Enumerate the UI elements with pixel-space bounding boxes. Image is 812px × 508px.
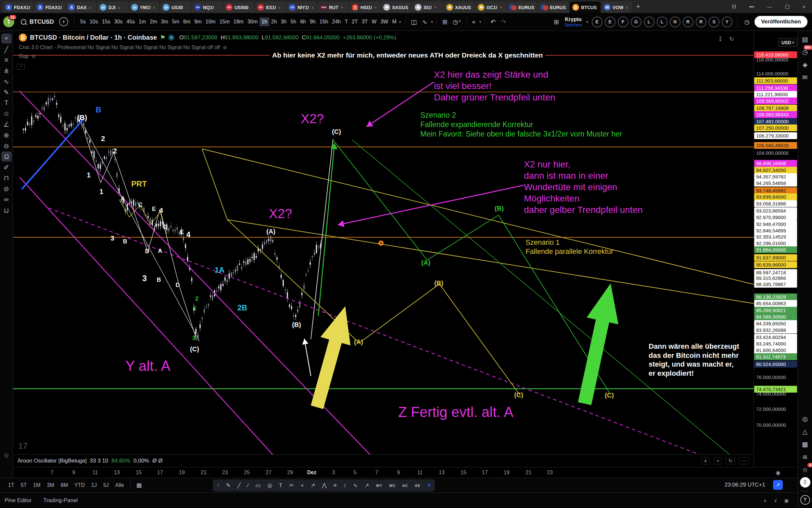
window-tab-hsi1[interactable]: ∏HSI1!▼ xyxy=(349,2,380,13)
zoom-out-tool[interactable]: ⊖ xyxy=(1,141,12,151)
symbol-search-button[interactable]: BTCUSD xyxy=(30,18,54,25)
wave-label[interactable]: E xyxy=(180,229,184,236)
wave-label[interactable]: 2B xyxy=(237,303,247,312)
screener-icon[interactable]: ◎ xyxy=(800,414,810,424)
aroon-pane-legend[interactable]: Aroon Oscillator [BigBeluga] 33 3 10 84,… xyxy=(13,454,754,467)
quick-layout-s[interactable]: S xyxy=(709,16,719,27)
candle-style-icon[interactable]: ◫ xyxy=(409,17,419,27)
window-tab-nq1[interactable]: 100NQ1! xyxy=(192,2,223,13)
timeframe-15s[interactable]: 15s xyxy=(100,17,112,26)
chart-plot[interactable]: ₿ BTCUSD · Bitcoin / Dollar · 1h · Coinb… xyxy=(13,31,754,454)
timeframe-3W[interactable]: 3W xyxy=(378,17,390,26)
range-3m[interactable]: 3M xyxy=(44,481,57,490)
minimize-button[interactable]: — xyxy=(767,4,772,9)
close-button[interactable]: × xyxy=(803,4,806,9)
drawing-text[interactable]: X2 nur hier, dann ist man in einer Wunde… xyxy=(524,159,643,215)
timeframe-T[interactable]: T xyxy=(343,17,350,26)
wave-label[interactable]: 2 xyxy=(195,295,198,302)
wave-label[interactable]: A xyxy=(158,248,162,254)
footer-trading-panel[interactable]: Trading-Panel xyxy=(43,497,78,504)
wave-label[interactable]: E xyxy=(152,206,156,213)
hide-drawings-tool[interactable]: ⊘ xyxy=(1,184,12,194)
timeframe-15h[interactable]: 15h xyxy=(318,17,330,26)
range-6m[interactable]: 6M xyxy=(58,481,71,490)
pattern-ae-icon[interactable]: AE xyxy=(415,483,420,488)
measure-tool[interactable]: ∠ xyxy=(1,119,12,129)
indicator-title[interactable]: Croc 3.0 Chart - Professional No Signal … xyxy=(19,45,220,50)
brush-tool[interactable]: ✎ xyxy=(1,87,12,97)
wave-label[interactable]: (A) xyxy=(421,259,430,266)
camera-icon[interactable]: ◉ xyxy=(776,469,780,476)
timeframe-3T[interactable]: 3T xyxy=(360,17,370,26)
wave-label[interactable]: 1 xyxy=(87,171,91,179)
goto-date-button[interactable]: ▦ xyxy=(136,482,142,489)
timeframe-15m[interactable]: 15m xyxy=(218,17,232,26)
maximize-button[interactable]: ▢ xyxy=(785,4,790,9)
wave-label[interactable]: (B) xyxy=(77,114,87,122)
timeframe-W[interactable]: W xyxy=(370,17,378,26)
quick-layout-e[interactable]: E xyxy=(592,16,603,27)
search-icon[interactable] xyxy=(21,19,26,25)
wave-label[interactable]: (B) xyxy=(495,205,504,212)
range-ytd[interactable]: YTD xyxy=(71,481,88,490)
wave-label[interactable]: 4 xyxy=(159,206,163,214)
currency-selector[interactable]: USD ▾ xyxy=(778,38,797,47)
pitchfork-tool[interactable]: ⋔ xyxy=(1,66,12,76)
quick-layout-l[interactable]: L xyxy=(644,16,655,27)
timeframe-2h[interactable]: 2h xyxy=(269,17,279,26)
text-icon[interactable]: T xyxy=(279,482,282,489)
drawing-text[interactable]: X2? xyxy=(269,205,292,222)
timeframe-2T[interactable]: 2T xyxy=(350,17,360,26)
quick-layout-g[interactable]: G xyxy=(631,16,641,27)
range-icon[interactable]: ↕ xyxy=(343,482,346,489)
wave-label[interactable]: 1A xyxy=(215,265,225,274)
timeframe-45s[interactable]: 45s xyxy=(125,17,137,26)
pane-close-icon[interactable]: × xyxy=(714,457,722,464)
trend-line-tool[interactable]: ╱ xyxy=(1,44,12,54)
window-tab-btcus[interactable]: ₿BTCUS xyxy=(570,2,601,13)
window-tab-us30[interactable]: 30US30 xyxy=(160,2,191,13)
wave-label[interactable]: 2 xyxy=(101,134,105,143)
time-axis[interactable]: 7911131517192123252729Dez357911131517192… xyxy=(13,467,798,478)
publish-history-icon[interactable]: ◷ xyxy=(743,17,752,27)
quick-layout-y[interactable]: Y xyxy=(722,16,732,27)
drawing-text[interactable]: Szenario 2 Fallende expandierende Korrek… xyxy=(420,111,622,138)
lock-tool[interactable]: ⊓ xyxy=(1,173,12,183)
brush-icon[interactable]: ✎ xyxy=(226,482,231,489)
wave-label[interactable]: 3 xyxy=(110,234,114,242)
range-5j[interactable]: 5J xyxy=(100,481,112,490)
pin-icon[interactable]: ◎ xyxy=(267,482,272,489)
window-tab-gc1[interactable]: ❖GC1!▼ xyxy=(475,2,506,13)
window-tab-dji[interactable]: 30DJI▲ xyxy=(97,2,128,13)
symbol-row[interactable]: ₿ BTCUSD · Bitcoin / Dollar · 1h · Coinb… xyxy=(19,34,396,42)
wave-label[interactable]: (C) xyxy=(514,391,523,399)
text-tool[interactable]: T xyxy=(1,98,12,108)
pane-more-icon[interactable]: ⋯ xyxy=(739,457,749,464)
wave-label[interactable]: (C) xyxy=(605,392,614,399)
wave-label[interactable]: B xyxy=(157,277,161,284)
window-tab-eurus[interactable]: EURUS xyxy=(538,2,569,13)
window-tab-si1[interactable]: ❖SI1!▼ xyxy=(412,2,443,13)
wave-label[interactable]: (B) xyxy=(434,280,443,287)
window-tab-rut[interactable]: 2000RUT▼ xyxy=(318,2,348,13)
flag-icon[interactable]: ⚑ xyxy=(160,34,165,41)
wave-label[interactable]: B xyxy=(95,105,101,115)
layout-switcher[interactable]: Krypto Speichern xyxy=(565,17,582,27)
ray-icon[interactable]: ∕ xyxy=(247,482,248,489)
download-icon[interactable]: ↧ xyxy=(718,35,723,43)
price-scale[interactable]: USD ▾ 116.000,00000114.000,00000104.000,… xyxy=(754,31,798,467)
timeframe-1m[interactable]: 1m xyxy=(137,17,148,26)
wave-label[interactable]: 3 xyxy=(142,274,147,283)
pattern-wz-icon[interactable]: WZ xyxy=(389,483,395,488)
window-tab-fdax1[interactable]: XFDAX1! xyxy=(34,2,65,13)
cross-line-icon[interactable]: + xyxy=(300,482,304,489)
timeframe-6m[interactable]: 6m xyxy=(181,17,192,26)
range-5t[interactable]: 5T xyxy=(18,481,30,490)
wave-label[interactable]: PRT xyxy=(131,179,147,188)
drawing-text[interactable]: Szenario 1 Fallende parallele Korrektur xyxy=(526,238,613,256)
window-tab-ym1[interactable]: 30YM1!▲ xyxy=(129,2,159,13)
window-tab-xagus[interactable]: ❖XAGUS xyxy=(381,2,412,13)
wave-label[interactable]: C xyxy=(163,224,167,230)
pane-reload-icon[interactable]: ↻ xyxy=(726,457,735,464)
clock[interactable]: 23:06:29 UTC+1 xyxy=(725,482,765,488)
